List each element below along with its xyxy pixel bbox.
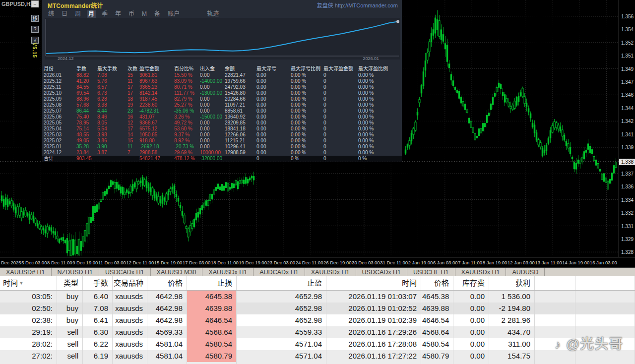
stats-cell: 8.92 % [174,138,200,144]
stats-cell: 6575.12 [139,126,174,132]
trade-row[interactable]: :29:19sell6.30xauusds4569.334568.644559.… [0,326,635,338]
chart-tab-xauusdx-h1[interactable]: XAUUSDx H1 [455,268,507,277]
trade-header-cell[interactable]: 库存费 [453,276,489,290]
stats-total-cell: 0 [323,156,358,162]
panel-menu-item-综[interactable]: 综 [47,10,56,18]
panel-menu-item-币[interactable]: 币 [127,10,136,18]
trade-header-cell[interactable]: 价格 [147,276,187,290]
stats-cell: 0.00 % [358,132,402,138]
panel-menu-item-M[interactable]: M [140,10,148,18]
price-tick-label: 1.334 [621,197,634,203]
stats-cell: 6.57 [97,84,127,90]
trade-header-cell[interactable]: 交易品种 [113,276,147,290]
minimize-panel-button[interactable]: − [31,0,39,7]
stats-cell: 0.00 [256,132,291,138]
trade-cell: 2026.01.16 17:27:22 [326,350,421,362]
stats-cell: 17 [127,126,139,132]
trade-header-cell[interactable]: 手数 [83,276,113,290]
sort-icon[interactable]: ▼ [18,281,23,286]
stats-cell: 0.00 % [291,78,323,84]
trade-cell: sell [57,338,83,350]
chart-tabs-bar: XAUUSD# H1NZDUSD H1USDCADx H1XAUUSD M30X… [0,267,635,277]
stats-cell: 7.08 [97,72,127,78]
panel-menu-item-月[interactable]: 月 [87,10,96,18]
stats-cell: 18 [127,96,139,102]
chart-tab-xauusdx-h1[interactable]: XAUUSDx H1 [202,268,254,277]
time-axis-label: 9 Dec 19:00 [72,260,98,265]
trade-header-cell[interactable]: 类型 [57,276,83,290]
time-axis[interactable]: 3 Dec 20255 Dec 03:008 Dec 11:009 Dec 19… [0,257,635,267]
stats-header-cell: 最大浮亏 [256,65,291,72]
trade-cell: 0.00 [453,303,489,314]
time-axis-label: 24 Dec 11:00 [296,260,323,265]
stats-cell: -35.06 % [174,108,200,114]
trade-row[interactable]: :03:05buy6.40xauusds4642.984645.384652.9… [0,291,635,303]
stats-cell: 918.80 [139,138,174,144]
trade-cell: 6.30 [83,326,113,338]
panel-menu-item-年[interactable]: 年 [114,10,123,18]
chart-tab-audcadx-h1[interactable]: AUDCADx H1 [254,268,305,277]
panel-menu-item-备[interactable]: 备 [153,10,162,18]
stats-header-row: 月份手数最大手数次数盈亏金额百分比%出入金余额最大浮亏最大浮亏比例最大浮盈金额最… [42,65,402,72]
chart-tab-usdchf-h1[interactable]: USDCHF H1 [407,268,455,277]
move-panel-button[interactable]: 移 [31,15,39,22]
stats-cell: 0.00 % [358,90,402,96]
panel-menu-item-季[interactable]: 季 [100,10,109,18]
trade-header-cell[interactable]: 止损 [187,276,237,290]
stats-cell: 75.14 [76,126,97,132]
trade-header-cell[interactable]: 价格 [421,276,453,290]
time-axis-label: 19 Dec 19:00 [239,260,267,265]
stats-cell: 0.00 % [291,144,323,150]
trade-cell: 434.70 [489,326,535,338]
stats-cell: 3.86 [97,138,127,144]
stats-cell: 431.07 [139,114,174,120]
price-tick-label: 1.331 [621,224,634,229]
trade-header-cell[interactable] [575,276,635,290]
trade-header-cell[interactable]: 时间 ▼ [0,276,57,290]
trade-header-row: 时间 ▼类型手数交易品种价格止损止盈时间价格库存费获利 [0,276,635,291]
price-tick-label: 1.336 [621,184,634,189]
stats-cell: 2025.12 [44,78,76,84]
trade-cell [326,362,421,364]
mtcommander-stats-panel: MTCommander统计 复盘侠 http://MTCommander.com… [42,0,402,162]
stats-row: 2025.0857.683.38192238.6025.27 %0.001109… [42,102,402,108]
trade-header-cell[interactable]: 获利 [489,276,535,290]
trade-cell [535,291,575,303]
trade-header-cell[interactable] [535,276,575,290]
panel-menu-item-日[interactable]: 日 [60,10,69,18]
stats-total-row: 合计903.4554821.47478.12 %-32000.0000 %00 … [42,156,402,162]
price-axis[interactable]: 1.3561.3541.3521.3511.3491.3471.3461.344… [619,0,635,257]
stats-cell: 0.00 % [291,96,323,102]
stats-cell: 82.79 % [174,96,200,102]
chart-tab-usdcadx-h1[interactable]: USDCADx H1 [356,268,408,277]
stats-total-cell: 0 [256,156,291,162]
trade-header-cell[interactable]: 时间 [326,276,421,290]
stats-cell: 0.00 % [358,114,402,120]
stats-cell: 0.00 % [291,150,323,156]
chart-tab-xauusd-h1[interactable]: XAUUSD# H1 [0,268,52,277]
stats-cell: 3.38 [97,102,127,108]
panel-brand-link[interactable]: 复盘侠 http://MTCommander.com [317,1,398,9]
chart-tab-xauusd-m30[interactable]: XAUUSD M30 [151,268,203,277]
help-button[interactable]: ? [31,26,39,33]
chart-tab-nzdusd-h1[interactable]: NZDUSD H1 [52,268,100,277]
stats-cell: 6.28 [97,96,127,102]
panel-menu-item-账户[interactable]: 账户 [166,10,181,18]
trade-history-table: 时间 ▼类型手数交易品种价格止损止盈时间价格库存费获利:03:05buy6.40… [0,276,635,364]
chart-tab-xauusdx-h1[interactable]: XAUUSDx H1 [305,268,356,277]
time-axis-label: 26 Dec 19:00 [323,260,352,265]
trade-row[interactable]: :02:38buy6.41xauusds4642.984646.544652.9… [0,314,635,326]
panel-menu-item-轨迹[interactable]: 轨迹 [205,10,220,18]
panel-titlebar: MTCommander统计 复盘侠 http://MTCommander.com [42,0,402,10]
trade-row[interactable]: :02:50buy7.08xauusds4642.984639.884652.9… [0,303,635,314]
trade-row[interactable]: :27:02sell6.19xauusds4581.044580.794571.… [0,350,635,362]
panel-menu-item-周[interactable]: 周 [73,10,82,18]
stats-cell: -13000.00 [200,90,225,96]
chart-tab-audusd[interactable]: AUDUSD [506,268,545,277]
stats-cell: 1050.85 [139,132,174,138]
time-axis-label: 11 Dec 03:00 [98,260,126,265]
chart-tab-usdcadx-h1[interactable]: USDCADx H1 [99,268,151,277]
trade-row[interactable]: :28:02sell6.22xauusds4581.044580.544571.… [0,338,635,350]
trade-header-cell[interactable]: 止盈 [237,276,326,290]
stats-cell: 0 [323,84,358,90]
